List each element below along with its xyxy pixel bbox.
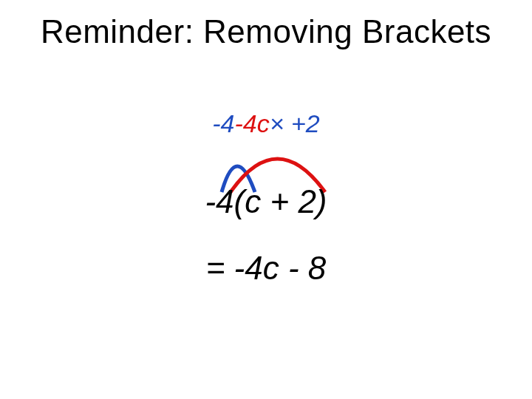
original-expression: -4(c + 2)	[0, 183, 532, 220]
annotation-factor: -4	[212, 109, 234, 137]
slide-title: Reminder: Removing Brackets	[0, 13, 532, 50]
slide: Reminder: Removing Brackets -4-4c× +2 -4…	[0, 0, 532, 399]
expanded-result: = -4c - 8	[0, 250, 532, 287]
annotation-first-product: -4c	[234, 109, 269, 137]
distribution-annotation: -4-4c× +2	[0, 109, 532, 138]
annotation-second-term: × +2	[270, 109, 320, 137]
